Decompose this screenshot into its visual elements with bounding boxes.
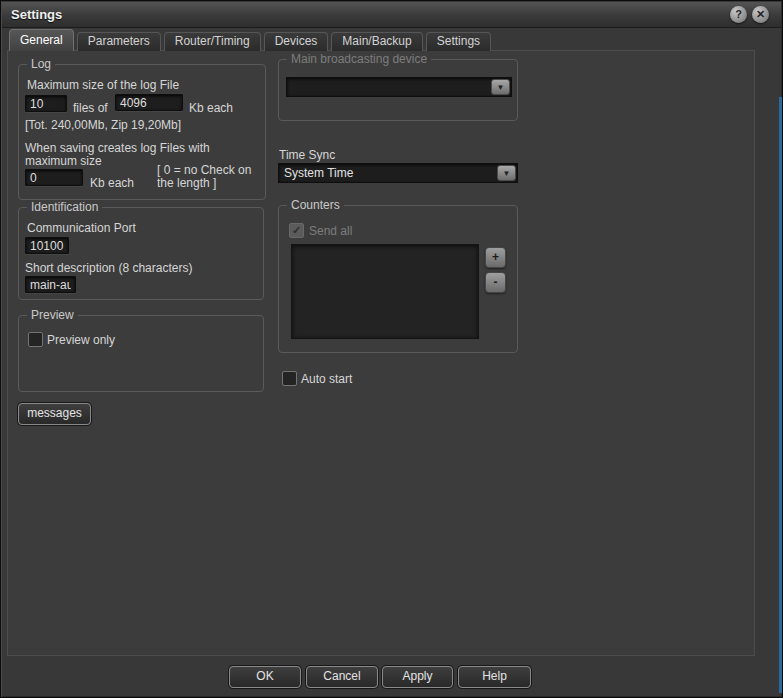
window-title: Settings: [11, 7, 62, 22]
when-saving-label-line1: When saving creates log Files with: [25, 141, 210, 155]
cancel-button[interactable]: Cancel: [306, 666, 378, 688]
background-window-edge: [779, 97, 782, 693]
counters-group: Counters ✓ Send all + -: [278, 205, 518, 353]
time-sync-dropdown-button[interactable]: ▼: [497, 165, 516, 181]
main-broadcasting-group: Main broadcasting device ▼: [278, 59, 518, 121]
main-broadcasting-dropdown-button[interactable]: ▼: [491, 79, 510, 95]
short-description-input[interactable]: [25, 276, 76, 293]
max-log-size-label: Maximum size of the log File: [27, 78, 179, 92]
preview-group-legend: Preview: [27, 308, 78, 322]
apply-button[interactable]: Apply: [382, 666, 453, 688]
log-files-count-input[interactable]: [25, 95, 67, 112]
tab-page-general: Log Maximum size of the log File files o…: [7, 50, 755, 656]
main-broadcasting-combobox[interactable]: ▼: [286, 77, 512, 97]
kb-each-label: Kb each: [189, 101, 233, 115]
log-file-size-input[interactable]: [115, 94, 183, 111]
identification-group-legend: Identification: [27, 200, 102, 214]
tab-devices[interactable]: Devices: [264, 32, 329, 51]
short-description-label: Short description (8 characters): [25, 261, 192, 275]
zero-hint-label-line1: [ 0 = no Check on: [157, 163, 251, 177]
ok-button[interactable]: OK: [229, 666, 301, 688]
close-button[interactable]: ✕: [752, 6, 769, 23]
saving-kb-each-label: Kb each: [90, 176, 134, 190]
files-of-label: files of: [73, 101, 108, 115]
settings-window: Settings ? ✕ General Parameters Router/T…: [0, 0, 783, 698]
time-sync-label: Time Sync: [279, 148, 335, 162]
tab-parameters[interactable]: Parameters: [77, 32, 161, 51]
preview-only-checkbox[interactable]: [28, 332, 43, 347]
auto-start-checkbox[interactable]: [282, 371, 297, 386]
help-button[interactable]: ?: [730, 6, 747, 23]
time-sync-combobox[interactable]: System Time ▼: [278, 163, 518, 183]
zero-hint-label-line2: the length ]: [157, 176, 216, 190]
log-group: Log Maximum size of the log File files o…: [18, 64, 266, 200]
preview-group: Preview Preview only: [18, 315, 264, 392]
communication-port-label: Communication Port: [27, 221, 136, 235]
counters-group-legend: Counters: [287, 198, 344, 212]
remove-counter-button[interactable]: -: [485, 272, 506, 293]
tab-general[interactable]: General: [9, 29, 74, 51]
communication-port-input[interactable]: [25, 237, 69, 254]
preview-only-label: Preview only: [47, 333, 115, 347]
tab-router-timing[interactable]: Router/Timing: [164, 32, 261, 51]
time-sync-selected-value: System Time: [284, 166, 353, 180]
messages-button[interactable]: messages: [18, 403, 91, 425]
titlebar[interactable]: Settings ? ✕: [2, 2, 781, 28]
tab-settings[interactable]: Settings: [426, 32, 491, 51]
tab-main-backup[interactable]: Main/Backup: [331, 32, 422, 51]
auto-start-label: Auto start: [301, 372, 352, 386]
add-counter-button[interactable]: +: [485, 247, 506, 268]
identification-group: Identification Communication Port Short …: [18, 207, 264, 300]
close-icon: ✕: [756, 8, 765, 20]
chevron-down-icon: ▼: [492, 80, 509, 96]
question-icon: ?: [735, 8, 742, 20]
help-button-footer[interactable]: Help: [458, 666, 531, 688]
chevron-down-icon: ▼: [498, 166, 515, 182]
send-all-checkbox: ✓: [289, 223, 304, 238]
main-broadcasting-legend: Main broadcasting device: [287, 52, 431, 66]
counters-listbox[interactable]: [291, 244, 479, 339]
tab-bar: General Parameters Router/Timing Devices…: [9, 29, 491, 51]
when-saving-label-line2: maximum size: [25, 154, 102, 168]
log-totals-label: [Tot. 240,00Mb, Zip 19,20Mb]: [25, 118, 181, 132]
log-group-legend: Log: [27, 57, 55, 71]
send-all-label: Send all: [309, 224, 352, 238]
saving-max-size-input[interactable]: [25, 169, 83, 186]
